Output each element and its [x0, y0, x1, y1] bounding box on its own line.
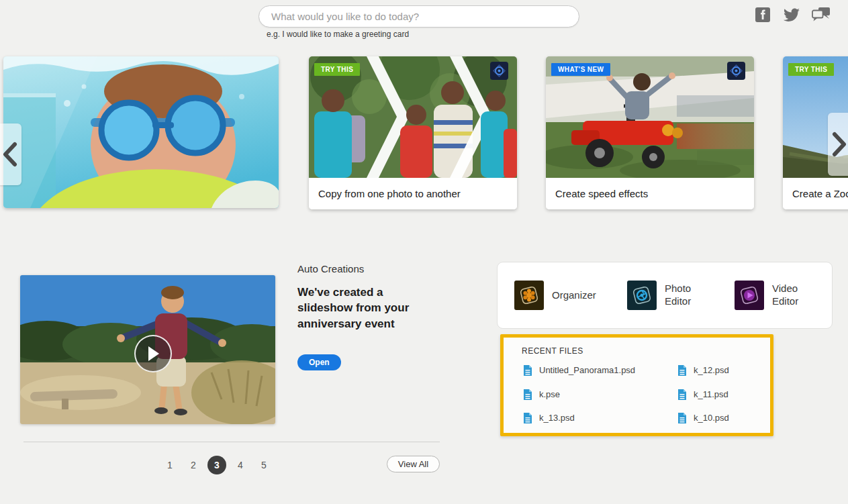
- page-3-active[interactable]: 3: [207, 456, 226, 474]
- file-name: Untitled_Panorama1.psd: [539, 365, 635, 375]
- carousel-prev-button[interactable]: [0, 123, 21, 185]
- chevron-right-icon: [832, 132, 847, 157]
- photo-editor-label: Photo Editor: [665, 283, 704, 308]
- file-row[interactable]: k_11.psd: [676, 388, 728, 401]
- file-row[interactable]: k_12.psd: [676, 364, 729, 376]
- video-editor-label: Video Editor: [772, 283, 811, 308]
- app-launcher-panel: Organizer Photo Editor Video Editor: [497, 262, 833, 329]
- search-hint: e.g. I would like to make a greeting car…: [267, 30, 409, 39]
- page-4[interactable]: 4: [231, 456, 250, 474]
- search-input[interactable]: [258, 5, 579, 28]
- psd-file-icon: [676, 364, 688, 376]
- file-name: k_12.psd: [694, 365, 729, 375]
- play-triangle-icon: [146, 346, 160, 362]
- photoshop-elements-logo-icon: [490, 62, 508, 80]
- copy-photo-image: TRY THIS: [309, 56, 517, 178]
- auto-creations-message: We've created a slideshow from your anni…: [297, 285, 416, 332]
- chat-glyph: [812, 7, 831, 22]
- photo-editor-icon: [627, 281, 657, 310]
- underwater-photo-art: [3, 56, 279, 208]
- whats-new-badge: WHAT'S NEW: [551, 63, 610, 76]
- card-caption: Copy from one photo to another: [309, 178, 517, 209]
- try-this-badge: TRY THIS: [314, 63, 360, 76]
- file-name: k_11.psd: [694, 389, 728, 399]
- video-editor-icon: [735, 281, 764, 310]
- twitter-icon[interactable]: [783, 8, 800, 22]
- organizer-icon: [514, 281, 544, 310]
- facebook-glyph: [755, 7, 770, 22]
- file-row[interactable]: k_10.psd: [676, 411, 729, 424]
- card-caption: Create a Zoom: [783, 178, 848, 209]
- file-row[interactable]: k.pse: [522, 388, 560, 401]
- view-all-button[interactable]: View All: [387, 456, 440, 472]
- card-caption: Create speed effects: [546, 178, 754, 209]
- open-button[interactable]: Open: [297, 354, 341, 370]
- page-2[interactable]: 2: [184, 456, 203, 474]
- photoshop-elements-logo-icon: [727, 62, 745, 80]
- underwater-boy-photo: [3, 56, 279, 208]
- file-row[interactable]: k_13.psd: [522, 411, 575, 424]
- carousel-card-underwater[interactable]: [3, 56, 279, 208]
- speed-effects-image: WHAT'S NEW: [546, 56, 754, 178]
- carousel-pagination: 1 2 3 4 5: [160, 456, 273, 474]
- psd-file-icon: [522, 411, 533, 424]
- auto-creation-video-thumbnail[interactable]: [20, 275, 275, 424]
- auto-creations-title: Auto Creations: [297, 263, 364, 274]
- file-row[interactable]: Untitled_Panorama1.psd: [522, 364, 635, 376]
- twitter-glyph: [783, 8, 800, 22]
- recent-files-panel: RECENT FILES Untitled_Panorama1.psd k.ps…: [500, 334, 773, 436]
- page-1[interactable]: 1: [160, 456, 179, 474]
- psd-file-icon: [522, 364, 533, 376]
- play-button[interactable]: [134, 335, 172, 372]
- page-5[interactable]: 5: [254, 456, 273, 474]
- video-editor-launcher[interactable]: Video Editor: [735, 281, 811, 310]
- chevron-left-icon: [3, 142, 17, 167]
- facebook-icon[interactable]: [755, 7, 770, 22]
- recent-files-title: RECENT FILES: [522, 346, 583, 356]
- section-divider: [23, 442, 440, 442]
- organizer-launcher[interactable]: Organizer: [514, 281, 591, 310]
- photo-editor-launcher[interactable]: Photo Editor: [627, 281, 704, 310]
- file-name: k_10.psd: [694, 413, 729, 423]
- organizer-label: Organizer: [552, 289, 591, 302]
- community-chat-icon[interactable]: [812, 7, 831, 22]
- carousel-card-speed-effects[interactable]: WHAT'S NEW Create speed effects: [546, 56, 754, 209]
- psd-file-icon: [676, 388, 688, 401]
- file-name: k_13.psd: [539, 413, 575, 423]
- pse-file-icon: [522, 388, 533, 401]
- carousel-next-button[interactable]: [828, 113, 848, 176]
- carousel-card-copy-photo[interactable]: TRY THIS Copy from one photo to another: [309, 56, 517, 209]
- try-this-badge: TRY THIS: [788, 63, 834, 76]
- psd-file-icon: [676, 411, 688, 424]
- elements-home-screen: e.g. I would like to make a greeting car…: [0, 0, 848, 504]
- file-name: k.pse: [539, 389, 560, 399]
